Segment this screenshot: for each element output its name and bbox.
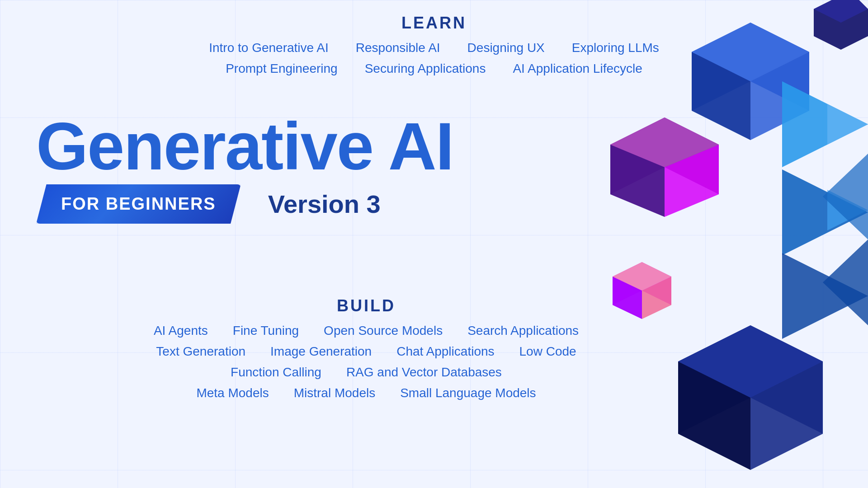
nav-securing-applications[interactable]: Securing Applications (365, 61, 486, 76)
nav-rag-vector-databases[interactable]: RAG and Vector Databases (346, 365, 502, 380)
decorative-shapes-area (588, 0, 868, 488)
nav-mistral-models[interactable]: Mistral Models (294, 386, 375, 400)
badge-version-row: FOR BEGINNERS Version 3 (36, 184, 470, 224)
nav-designing-ux[interactable]: Designing UX (467, 41, 545, 55)
nav-small-language-models[interactable]: Small Language Models (400, 386, 536, 400)
for-beginners-badge[interactable]: FOR BEGINNERS (36, 184, 241, 224)
page-content: LEARN Intro to Generative AI Responsible… (0, 0, 868, 488)
version-text: Version 3 (268, 189, 381, 219)
nav-ai-agents[interactable]: AI Agents (154, 324, 208, 338)
nav-function-calling[interactable]: Function Calling (231, 365, 321, 380)
hero-area: Generative AI FOR BEGINNERS Version 3 (36, 113, 470, 224)
nav-prompt-engineering[interactable]: Prompt Engineering (226, 61, 337, 76)
nav-open-source-models[interactable]: Open Source Models (324, 324, 443, 338)
nav-chat-applications[interactable]: Chat Applications (396, 344, 494, 359)
nav-low-code[interactable]: Low Code (519, 344, 576, 359)
nav-fine-tuning[interactable]: Fine Tuning (233, 324, 299, 338)
nav-meta-models[interactable]: Meta Models (196, 386, 269, 400)
hero-title: Generative AI (36, 113, 470, 180)
nav-image-generation[interactable]: Image Generation (270, 344, 372, 359)
svg-marker-10 (827, 104, 868, 145)
nav-responsible-ai[interactable]: Responsible AI (356, 41, 440, 55)
nav-text-generation[interactable]: Text Generation (156, 344, 245, 359)
nav-search-applications[interactable]: Search Applications (467, 324, 579, 338)
shapes-svg (588, 0, 868, 488)
nav-intro-generative-ai[interactable]: Intro to Generative AI (209, 41, 329, 55)
